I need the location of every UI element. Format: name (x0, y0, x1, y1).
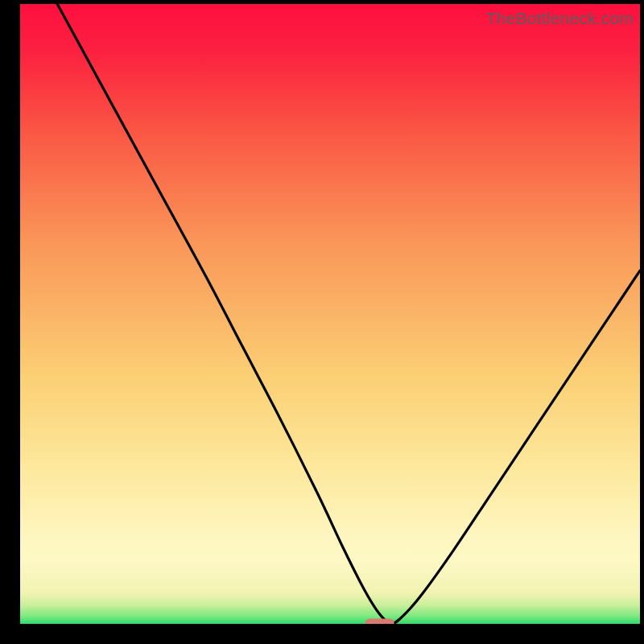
watermark-text: TheBottleneck.com (486, 9, 634, 28)
plot-area: TheBottleneck.com (20, 4, 640, 624)
bottleneck-curve (57, 4, 640, 624)
chart-frame: TheBottleneck.com (0, 0, 644, 644)
curve-layer (20, 4, 640, 624)
optimum-marker (365, 619, 394, 624)
